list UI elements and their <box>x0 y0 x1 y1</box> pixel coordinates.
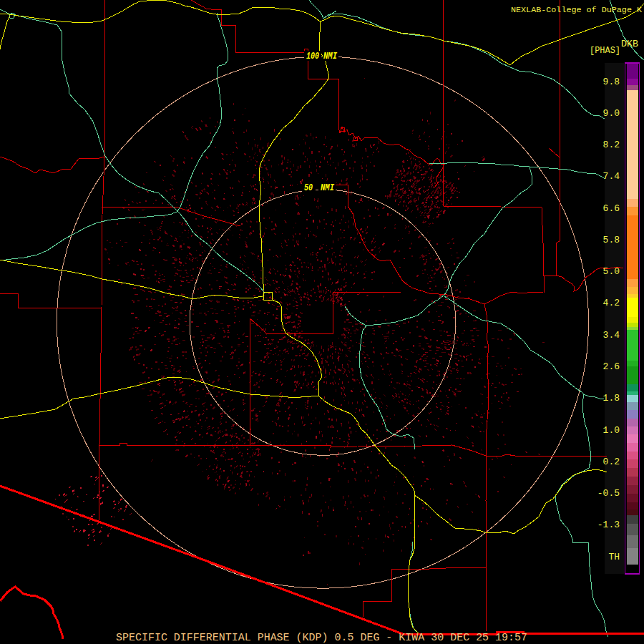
svg-text:5.8: 5.8 <box>603 235 620 245</box>
svg-text:4.2: 4.2 <box>603 298 620 308</box>
svg-text:-1.3: -1.3 <box>597 519 620 530</box>
svg-text:5.0: 5.0 <box>603 266 620 277</box>
svg-text:[PHAS]: [PHAS] <box>590 46 620 56</box>
svg-text:100: 100 <box>306 52 319 62</box>
svg-text:9.0: 9.0 <box>603 108 620 119</box>
svg-text:DKB: DKB <box>621 39 639 49</box>
svg-text:-0.5: -0.5 <box>597 488 620 499</box>
svg-text:NMI: NMI <box>321 183 335 193</box>
svg-text:50: 50 <box>304 183 313 193</box>
svg-text:0.2: 0.2 <box>603 457 620 467</box>
svg-text:TH: TH <box>608 552 620 562</box>
svg-text:7.4: 7.4 <box>603 171 620 182</box>
svg-text:1.8: 1.8 <box>603 393 620 404</box>
svg-text:6.6: 6.6 <box>603 203 620 214</box>
svg-text:NMI: NMI <box>323 52 338 62</box>
svg-text:NEXLAB-College of DuPage K: NEXLAB-College of DuPage K <box>511 5 642 15</box>
svg-text:1.0: 1.0 <box>603 425 620 436</box>
svg-text:9.8: 9.8 <box>603 77 620 87</box>
svg-text:3.4: 3.4 <box>603 330 620 341</box>
svg-text:2.6: 2.6 <box>603 361 620 372</box>
svg-text:SPECIFIC DIFFERENTIAL PHASE (K: SPECIFIC DIFFERENTIAL PHASE (KDP) 0.5 DE… <box>116 632 527 644</box>
svg-text:8.2: 8.2 <box>603 140 620 150</box>
